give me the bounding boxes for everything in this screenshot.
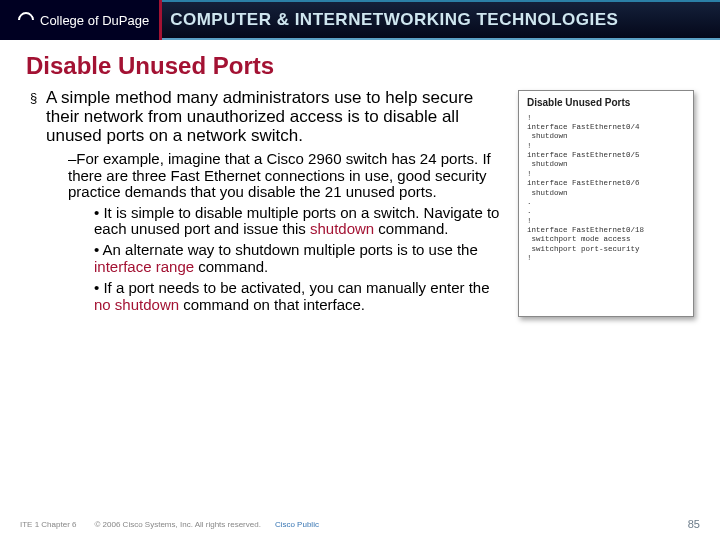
sub-bullet-1: • It is simple to disable multiple ports… — [24, 205, 506, 239]
main-bullet-text: A simple method many administrators use … — [46, 88, 473, 145]
config-snippet-text: ! interface FastEthernet0/4 shutdown ! i… — [527, 114, 685, 264]
slide-body: Disable Unused Ports § A simple method m… — [0, 40, 720, 317]
interface-range-command: interface range — [94, 258, 194, 275]
sub-bullet-2-post: command. — [194, 258, 268, 275]
sub-bullet-3-pre: • If a port needs to be activated, you c… — [94, 279, 490, 296]
text-column: § A simple method many administrators us… — [24, 88, 506, 317]
banner-title: COMPUTER & INTERNETWORKING TECHNOLOGIES — [170, 10, 618, 30]
main-bullet: § A simple method many administrators us… — [24, 88, 506, 145]
sub-bullet-3-post: command on that interface. — [179, 296, 365, 313]
footer-cisco-public: Cisco Public — [275, 520, 319, 529]
footer-copyright: © 2006 Cisco Systems, Inc. All rights re… — [94, 520, 260, 529]
config-snippet-box: Disable Unused Ports ! interface FastEth… — [518, 90, 694, 317]
org-name: College of DuPage — [40, 13, 149, 28]
slide-header: College of DuPage COMPUTER & INTERNETWOR… — [0, 0, 720, 40]
no-shutdown-command: no shutdown — [94, 296, 179, 313]
footer-page-number: 85 — [688, 518, 700, 530]
config-snippet-title: Disable Unused Ports — [527, 97, 685, 110]
banner-wrap: COMPUTER & INTERNETWORKING TECHNOLOGIES — [162, 0, 720, 40]
org-logo: College of DuPage — [0, 0, 159, 40]
sub-bullet-2-pre: • An alternate way to shutdown multiple … — [94, 241, 478, 258]
example-subpoint: –For example, imagine that a Cisco 2960 … — [24, 151, 506, 201]
content-row: § A simple method many administrators us… — [24, 88, 696, 317]
logo-arc-icon — [15, 9, 38, 32]
footer-chapter: ITE 1 Chapter 6 — [20, 520, 76, 529]
slide-footer: ITE 1 Chapter 6 © 2006 Cisco Systems, In… — [0, 518, 720, 530]
square-bullet-icon: § — [30, 91, 37, 106]
sub-bullet-3: • If a port needs to be activated, you c… — [24, 280, 506, 314]
slide-title: Disable Unused Ports — [26, 52, 696, 80]
shutdown-command: shutdown — [310, 220, 374, 237]
sub-bullet-2: • An alternate way to shutdown multiple … — [24, 242, 506, 276]
sub-bullet-1-post: command. — [374, 220, 448, 237]
